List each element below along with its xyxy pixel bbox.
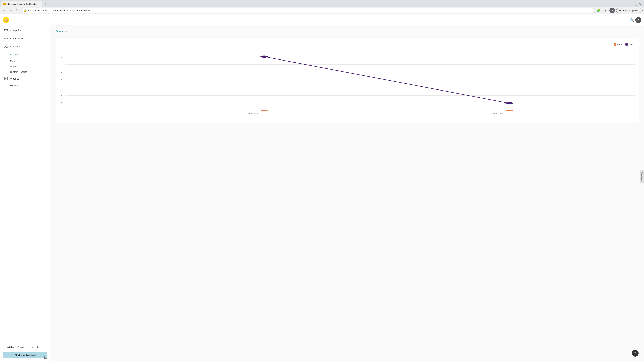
trial-days: 89 days left <box>8 346 19 349</box>
website-label: Website <box>10 77 42 80</box>
svg-point-19 <box>506 102 513 104</box>
y-label-8: 8 <box>60 109 62 111</box>
bookmark-icon[interactable]: ☆ <box>590 9 592 12</box>
svg-rect-6 <box>6 53 7 56</box>
sidebar-sub-item-website[interactable]: Website <box>1 83 50 88</box>
visits-legend-dot <box>614 43 616 45</box>
chart-area: 8 7 6 5 4 3 2 1 0 <box>60 49 634 116</box>
browser-chrome: Summary Report for Test Landi... ✕ + — ⬜… <box>0 0 644 14</box>
website-chevron: ⌃ <box>44 77 46 80</box>
custom-reports-label: Custom Reports <box>10 70 27 73</box>
sidebar-item-website[interactable]: Website ⌃ <box>1 75 50 83</box>
analytics-chevron: ⌃ <box>44 53 46 56</box>
svg-rect-12 <box>45 356 46 359</box>
app-header: 🐵 🔍 S <box>0 15 644 25</box>
app-container: Campaigns ⌄ Automations ⌄ <box>0 14 644 361</box>
tab-title: Summary Report for Test Landi... <box>8 3 37 5</box>
clicks-legend-dot <box>626 43 628 45</box>
sidebar-item-campaigns[interactable]: Campaigns ⌄ <box>1 26 50 34</box>
sidebar: Campaigns ⌄ Automations ⌄ <box>0 24 50 361</box>
svg-rect-8 <box>5 78 7 78</box>
tab-favicon <box>3 3 6 5</box>
reload-button[interactable]: ↻ <box>15 8 20 13</box>
y-label-6: 6 <box>60 94 62 96</box>
trial-info: ⏱ 89 days left to access a free trial. <box>3 346 48 350</box>
mailchimp-logo[interactable]: 🐵 <box>3 17 10 23</box>
email-label: Email <box>10 60 16 62</box>
y-label-7: 7 <box>60 101 62 104</box>
automations-icon <box>4 36 8 40</box>
back-button[interactable]: ← <box>1 8 7 13</box>
campaigns-chevron: ⌄ <box>44 29 46 32</box>
website-sub-label: Website <box>10 84 18 87</box>
reports-label: Reports <box>10 65 18 68</box>
close-window-button[interactable]: ✕ <box>639 2 641 6</box>
extensions-button[interactable]: 🧩 <box>596 8 602 13</box>
sidebar-item-analytics[interactable]: Analytics ⌃ <box>1 50 50 58</box>
browser-toolbar: ← → ↻ 🔒 us21.admin.mailchimp.com/reports… <box>0 7 644 14</box>
trial-desc: to access a free trial. <box>19 346 40 349</box>
minimize-button[interactable]: — <box>631 2 634 5</box>
clicks-legend-label: Clicks <box>629 43 634 45</box>
y-label-5: 5 <box>60 86 62 89</box>
overview-tabs: Overview <box>56 28 639 35</box>
user-avatar[interactable]: S <box>635 17 641 23</box>
svg-point-3 <box>6 45 8 46</box>
campaigns-label: Campaigns <box>10 29 42 32</box>
forward-button[interactable]: → <box>8 8 14 13</box>
trial-text: 89 days left to access a free trial. <box>8 346 40 349</box>
logo-text: 🐵 <box>4 18 8 22</box>
tab-close-button[interactable]: ✕ <box>38 3 40 5</box>
chart-legend: Visits Clicks <box>60 43 634 45</box>
tab-overview[interactable]: Overview <box>56 28 67 35</box>
sidebar-item-automations[interactable]: Automations ⌄ <box>1 34 50 42</box>
audience-chevron: ⌄ <box>44 45 46 48</box>
search-button[interactable]: 🔍 <box>628 17 635 23</box>
search-icon: 🔍 <box>630 18 634 22</box>
svg-rect-11 <box>44 356 47 359</box>
active-tab[interactable]: Summary Report for Test Landi... ✕ <box>1 1 42 7</box>
sidebar-sub-item-reports[interactable]: Reports <box>1 64 50 69</box>
relaunch-button[interactable]: Relaunch to update ⌄ <box>616 8 643 13</box>
new-tab-button[interactable]: + <box>43 1 48 7</box>
profile-button[interactable]: S <box>610 8 615 13</box>
sidebar-item-audience[interactable]: Audience ⌄ <box>1 42 50 50</box>
audience-label: Audience <box>10 45 42 48</box>
sidebar-sub-item-custom-reports[interactable]: Custom Reports <box>1 69 50 75</box>
restore-button[interactable]: ⬜ <box>635 2 638 6</box>
security-icon: 🔒 <box>24 9 26 12</box>
website-icon <box>4 77 8 81</box>
svg-line-17 <box>264 57 509 103</box>
legend-clicks: Clicks <box>626 43 634 45</box>
y-label-3: 3 <box>60 71 62 74</box>
chart-y-axis: 8 7 6 5 4 3 2 1 0 <box>60 49 65 116</box>
tab-groups-button[interactable]: ⊞ <box>603 8 608 13</box>
campaigns-icon <box>4 28 8 32</box>
help-button[interactable]: ? <box>632 350 639 357</box>
svg-rect-4 <box>4 55 5 56</box>
sidebar-sub-item-email[interactable]: Email <box>1 58 50 64</box>
main-content: Overview Visits Clicks 8 7 <box>50 24 644 361</box>
feedback-tab[interactable]: Feedback <box>640 170 644 183</box>
y-label-0: 0 <box>60 49 62 51</box>
relaunch-label: Relaunch to update <box>619 9 638 12</box>
chart-svg <box>65 49 634 111</box>
browser-toolbar-right: 🧩 ⊞ S Relaunch to update ⌄ <box>596 8 643 13</box>
start-trial-button[interactable]: Start your free trial <box>3 352 48 359</box>
y-label-4: 4 <box>60 79 62 81</box>
svg-rect-9 <box>5 78 6 79</box>
browser-tab-bar: Summary Report for Test Landi... ✕ + — ⬜… <box>0 0 644 7</box>
chart-x-labels: 11/30/2023 12/01/2023 <box>65 111 634 116</box>
address-bar[interactable]: 🔒 us21.admin.mailchimp.com/reports/summa… <box>22 8 595 13</box>
trial-clock-icon: ⏱ <box>3 346 6 350</box>
svg-rect-5 <box>6 54 6 56</box>
address-url: us21.admin.mailchimp.com/reports/summary… <box>28 9 589 12</box>
chart-container: Visits Clicks 8 7 6 5 4 3 2 1 <box>56 39 639 123</box>
chart-main: 11/30/2023 12/01/2023 <box>65 49 634 116</box>
relaunch-chevron: ⌄ <box>638 9 640 12</box>
visits-legend-label: Visits <box>617 43 622 45</box>
sidebar-collapse-button[interactable] <box>44 356 48 360</box>
automations-chevron: ⌄ <box>44 37 46 40</box>
y-label-1: 1 <box>60 56 62 59</box>
legend-visits: Visits <box>614 43 622 45</box>
